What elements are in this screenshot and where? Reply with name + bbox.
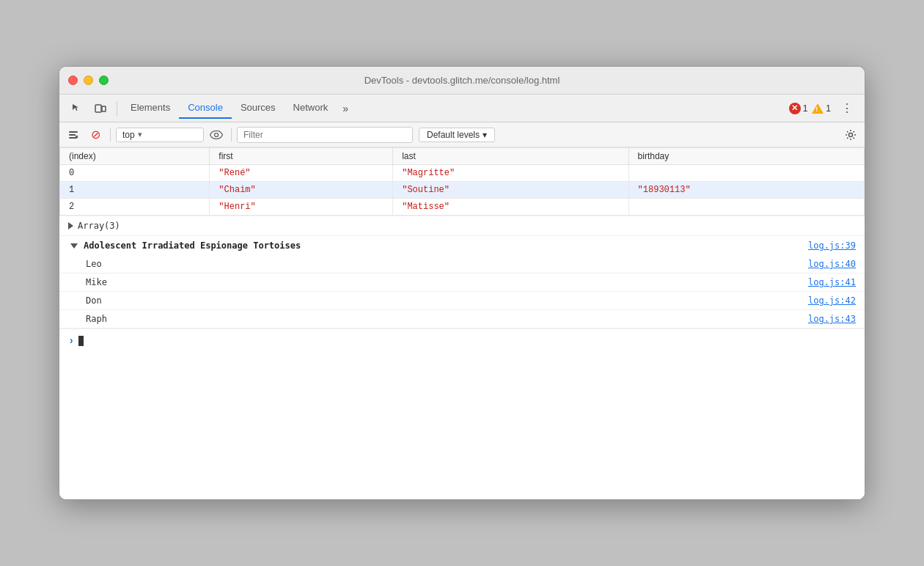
group-item-0[interactable]: Leo log.js:40 xyxy=(59,255,865,273)
group-item-text-1: Mike xyxy=(86,277,107,287)
cell-first-1: "Chaim" xyxy=(210,182,393,199)
tab-elements[interactable]: Elements xyxy=(122,98,179,119)
cell-index-2: 2 xyxy=(60,199,210,216)
filter-input[interactable] xyxy=(237,127,413,143)
cell-first-0: "René" xyxy=(210,165,393,182)
device-toggle-button[interactable] xyxy=(89,97,112,120)
levels-label: Default levels xyxy=(427,130,480,140)
traffic-lights xyxy=(68,76,109,85)
group-item-source-1[interactable]: log.js:41 xyxy=(808,277,856,287)
context-arrow: ▾ xyxy=(138,130,142,139)
devtools-tabs: Elements Console Sources Network » ✕ 1 1… xyxy=(59,95,865,122)
collapse-group-icon xyxy=(70,243,78,249)
str-birthday-1: "18930113" xyxy=(638,185,691,195)
table-row[interactable]: 1 "Chaim" "Soutine" "18930113" xyxy=(60,182,865,199)
group-source-link[interactable]: log.js:39 xyxy=(808,240,856,251)
cell-birthday-1: "18930113" xyxy=(628,182,864,199)
cell-last-2: "Matisse" xyxy=(393,199,628,216)
levels-arrow: ▾ xyxy=(483,130,487,140)
str-soutine: "Soutine" xyxy=(402,185,450,195)
toolbar-separator-1 xyxy=(110,128,111,142)
prompt-arrow-icon: › xyxy=(68,335,74,347)
group-item-text-2: Don xyxy=(86,295,102,306)
group-title: Adolescent Irradiated Espionage Tortoise… xyxy=(84,240,301,251)
col-header-index: (index) xyxy=(60,148,210,165)
group-item-text-0: Leo xyxy=(86,259,102,269)
cell-last-1: "Soutine" xyxy=(393,182,628,199)
str-rene: "René" xyxy=(219,168,250,178)
str-matisse: "Matisse" xyxy=(402,202,450,212)
group-header[interactable]: Adolescent Irradiated Espionage Tortoise… xyxy=(59,236,865,255)
cell-last-0: "Magritte" xyxy=(393,165,628,182)
prompt-cursor xyxy=(78,336,84,346)
warning-icon xyxy=(812,103,824,114)
tab-sources[interactable]: Sources xyxy=(232,98,285,119)
str-chaim: "Chaim" xyxy=(219,185,255,195)
settings-button[interactable] xyxy=(841,125,860,144)
group-section: Adolescent Irradiated Espionage Tortoise… xyxy=(59,236,865,329)
array-row[interactable]: Array(3) xyxy=(59,216,865,236)
table-row[interactable]: 2 "Henri" "Matisse" xyxy=(60,199,865,216)
tab-console[interactable]: Console xyxy=(179,98,232,119)
tab-network[interactable]: Network xyxy=(285,98,337,119)
group-item-2[interactable]: Don log.js:42 xyxy=(59,292,865,310)
group-item-source-3[interactable]: log.js:43 xyxy=(808,314,856,324)
error-icon: ✕ xyxy=(789,103,801,114)
devtools-menu-button[interactable]: ⋮ xyxy=(835,98,859,118)
group-header-left: Adolescent Irradiated Espionage Tortoise… xyxy=(70,240,301,251)
context-selector[interactable]: top ▾ xyxy=(116,128,204,142)
array-label: Array(3) xyxy=(78,221,120,231)
col-header-first: first xyxy=(210,148,393,165)
col-header-last: last xyxy=(393,148,628,165)
group-item-3[interactable]: Raph log.js:43 xyxy=(59,310,865,328)
context-value: top xyxy=(122,130,135,140)
svg-rect-0 xyxy=(95,105,101,112)
group-item-source-0[interactable]: log.js:40 xyxy=(808,259,856,269)
inspect-element-button[interactable] xyxy=(65,97,89,120)
str-magritte: "Magritte" xyxy=(402,168,455,178)
warning-count: 1 xyxy=(826,103,831,114)
group-item-1[interactable]: Mike log.js:41 xyxy=(59,273,865,292)
block-network-button[interactable]: ⊘ xyxy=(86,125,105,144)
cell-index-1: 1 xyxy=(60,182,210,199)
levels-dropdown[interactable]: Default levels ▾ xyxy=(419,128,495,142)
svg-point-8 xyxy=(849,133,853,136)
eye-button[interactable] xyxy=(207,125,226,144)
warning-badge: 1 xyxy=(812,103,831,114)
console-prompt[interactable]: › xyxy=(59,329,865,353)
svg-rect-1 xyxy=(102,106,106,111)
table-row[interactable]: 0 "René" "Magritte" xyxy=(60,165,865,182)
expand-array-icon xyxy=(68,222,73,229)
tab-right-area: ✕ 1 1 ⋮ xyxy=(789,98,859,118)
title-bar: DevTools - devtools.glitch.me/console/lo… xyxy=(59,67,865,95)
console-toolbar: ⊘ top ▾ Default levels ▾ xyxy=(59,122,865,147)
devtools-window: DevTools - devtools.glitch.me/console/lo… xyxy=(59,66,865,500)
minimize-button[interactable] xyxy=(84,76,93,85)
error-badge: ✕ 1 xyxy=(789,103,808,114)
data-table-section: (index) first last birthday 0 "René" "Ma… xyxy=(59,147,865,216)
cell-birthday-2 xyxy=(628,199,864,216)
svg-rect-3 xyxy=(69,134,76,136)
window-title: DevTools - devtools.glitch.me/console/lo… xyxy=(364,75,560,86)
console-content: (index) first last birthday 0 "René" "Ma… xyxy=(59,147,865,499)
col-header-birthday: birthday xyxy=(628,148,864,165)
error-count: 1 xyxy=(803,103,808,114)
tab-separator-1 xyxy=(117,101,117,116)
cell-birthday-0 xyxy=(628,165,864,182)
more-tabs-button[interactable]: » xyxy=(337,100,354,117)
svg-point-7 xyxy=(215,133,219,136)
toolbar-separator-2 xyxy=(231,128,232,142)
cell-index-0: 0 xyxy=(60,165,210,182)
group-item-source-2[interactable]: log.js:42 xyxy=(808,295,856,306)
clear-console-button[interactable] xyxy=(64,125,83,144)
cell-first-2: "Henri" xyxy=(210,199,393,216)
close-button[interactable] xyxy=(68,76,78,85)
maximize-button[interactable] xyxy=(99,76,109,85)
group-item-text-3: Raph xyxy=(86,314,107,324)
svg-rect-2 xyxy=(69,131,78,133)
data-table: (index) first last birthday 0 "René" "Ma… xyxy=(59,147,865,216)
str-henri: "Henri" xyxy=(219,202,255,212)
